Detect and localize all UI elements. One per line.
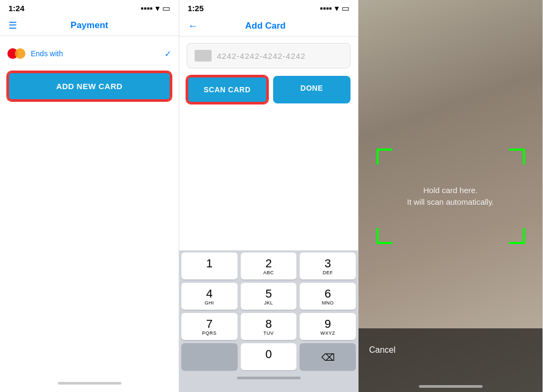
scan-hint-line2: It will scan automatically.	[407, 196, 494, 208]
camera-dark-bottom	[358, 328, 542, 392]
card-icon	[195, 50, 212, 62]
numpad-key-delete[interactable]: ⌫	[300, 343, 356, 370]
payment-content: Ends with ✓ ADD NEW CARD	[0, 36, 179, 379]
numpad-digit-6: 6	[325, 288, 331, 300]
numpad-row-2: 4 GHI 5 JKL 6 MNO	[181, 283, 356, 310]
payment-nav-bar: ☰ Payment	[0, 15, 179, 36]
numpad-row-3: 7 PQRS 8 TUV 9 WXYZ	[181, 313, 356, 340]
numpad-key-4[interactable]: 4 GHI	[181, 283, 238, 310]
camera-cancel-label: Cancel	[369, 345, 396, 354]
camera-cancel-button[interactable]: Cancel	[369, 345, 396, 355]
status-bar-1: 1:24 ▪▪▪▪ ▾ ▭	[0, 0, 179, 15]
numpad-letters-3: DEF	[322, 270, 333, 275]
status-icons-2: ▪▪▪▪ ▾ ▭	[320, 3, 349, 13]
add-new-card-label: ADD NEW CARD	[56, 82, 122, 91]
numpad-letters-8: TUV	[264, 330, 274, 336]
numpad-key-2[interactable]: 2 ABC	[241, 252, 297, 280]
add-card-panel: 1:25 ▪▪▪▪ ▾ ▭ ← Add Card 4242-4242-4242-…	[179, 0, 358, 392]
numpad-digit-4: 4	[206, 288, 213, 300]
status-bar-2: 1:25 ▪▪▪▪ ▾ ▭	[179, 0, 358, 15]
numpad-key-5[interactable]: 5 JKL	[241, 283, 297, 310]
numpad-key-8[interactable]: 8 TUV	[241, 313, 297, 340]
scan-card-button[interactable]: SCAN CARD	[187, 76, 268, 103]
scan-hint: Hold card here. It will scan automatical…	[407, 184, 494, 208]
numpad-digit-8: 8	[265, 318, 272, 330]
home-indicator-3	[419, 385, 483, 388]
numpad-key-7[interactable]: 7 PQRS	[181, 313, 238, 340]
card-number-field[interactable]: 4242-4242-4242-4242	[187, 43, 351, 68]
status-time-2: 1:25	[188, 4, 204, 13]
numpad-key-6[interactable]: 6 MNO	[300, 283, 356, 310]
numpad-digit-2: 2	[265, 258, 272, 269]
corner-bottom-right	[509, 228, 525, 244]
card-input-area: 4242-4242-4242-4242 SCAN CARD DONE	[179, 37, 358, 117]
scan-card-label: SCAN CARD	[204, 85, 251, 94]
numpad-digit-9: 9	[325, 318, 331, 330]
numpad-key-empty	[181, 343, 238, 370]
numpad-digit-7: 7	[206, 318, 213, 330]
action-buttons-row: SCAN CARD DONE	[187, 76, 351, 103]
card-ends-with-text: Ends with	[31, 49, 164, 58]
signal-icon-2: ▪▪▪▪	[320, 4, 332, 13]
signal-icon: ▪▪▪▪	[141, 4, 153, 13]
add-card-wrapper: 1:25 ▪▪▪▪ ▾ ▭ ← Add Card 4242-4242-4242-…	[179, 0, 358, 392]
numpad-row-1: 1 2 ABC 3 DEF	[181, 252, 356, 280]
status-time-1: 1:24	[8, 4, 24, 13]
numpad-letters-9: WXYZ	[320, 330, 335, 336]
status-icons-1: ▪▪▪▪ ▾ ▭	[141, 3, 170, 13]
numpad-digit-1: 1	[206, 258, 213, 269]
mc-right-circle	[15, 48, 25, 59]
existing-card-item: Ends with ✓	[7, 42, 171, 65]
numpad-key-1[interactable]: 1	[181, 252, 238, 280]
scan-hint-line1: Hold card here.	[407, 184, 494, 196]
numpad-key-0[interactable]: 0	[241, 343, 297, 370]
corner-bottom-left	[376, 228, 392, 244]
mastercard-logo	[7, 48, 25, 59]
add-card-nav-bar: ← Add Card	[179, 15, 358, 37]
numpad-letters-7: PQRS	[202, 330, 217, 336]
battery-icon-2: ▭	[341, 3, 349, 13]
card-check-icon: ✓	[164, 49, 171, 59]
add-card-title: Add Card	[203, 21, 328, 31]
done-label: DONE	[301, 84, 323, 92]
numpad-digit-0: 0	[265, 349, 272, 360]
payment-panel: 1:24 ▪▪▪▪ ▾ ▭ ☰ Payment Ends with ✓ ADD …	[0, 0, 179, 392]
home-indicator-2	[237, 377, 301, 379]
hamburger-icon[interactable]: ☰	[8, 20, 17, 31]
numpad-digit-5: 5	[265, 288, 272, 300]
payment-nav-title: Payment	[30, 20, 149, 31]
numpad-key-9[interactable]: 9 WXYZ	[300, 313, 356, 340]
numpad: 1 2 ABC 3 DEF 4 GHI 5	[179, 250, 358, 392]
card-number-placeholder-text: 4242-4242-4242-4242	[217, 51, 305, 60]
done-button[interactable]: DONE	[273, 76, 351, 103]
battery-icon: ▭	[162, 3, 170, 13]
numpad-letters-5: JKL	[264, 300, 273, 306]
numpad-letters-1	[208, 270, 210, 275]
corner-top-right	[509, 149, 525, 164]
back-button[interactable]: ←	[188, 20, 198, 32]
numpad-digit-3: 3	[325, 258, 331, 269]
numpad-letters-2: ABC	[264, 270, 274, 275]
delete-icon: ⌫	[321, 352, 335, 363]
menu-nav-left[interactable]: ☰	[8, 20, 30, 31]
numpad-row-4: 0 ⌫	[181, 343, 356, 370]
wifi-icon-2: ▾	[335, 3, 339, 13]
camera-panel: 1:25 ▪▪▪▪ ▾ ▭ Hold card here. It will sc…	[358, 0, 543, 392]
numpad-letters-4: GHI	[205, 300, 214, 306]
numpad-letters-6: MNO	[322, 300, 334, 306]
home-indicator-1	[58, 382, 121, 385]
add-new-card-button[interactable]: ADD NEW CARD	[7, 72, 171, 101]
wifi-icon: ▾	[155, 3, 160, 13]
numpad-key-3[interactable]: 3 DEF	[300, 252, 356, 280]
corner-top-left	[376, 149, 392, 164]
